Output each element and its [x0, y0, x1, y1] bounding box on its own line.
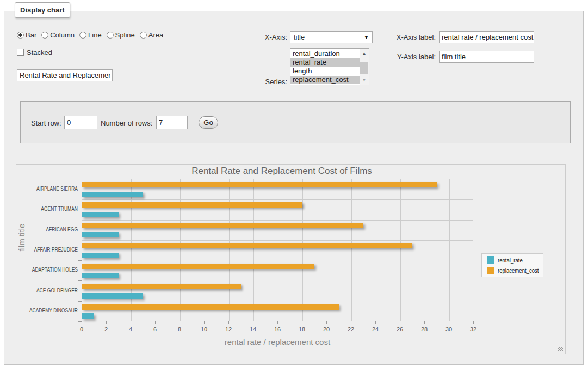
x-tick-label: 8 — [169, 326, 190, 333]
chart-title: Rental Rate and Replacement Cost of Film… — [86, 166, 478, 177]
number-of-rows-value: 7 — [159, 118, 163, 127]
radio-label: Line — [88, 31, 102, 39]
x-axis-select-label: X-Axis: — [233, 33, 287, 41]
x-tick-label: 2 — [95, 326, 117, 333]
x-tick-mark — [400, 321, 400, 324]
series-option-length[interactable]: length — [290, 67, 360, 76]
gridline-v — [302, 179, 303, 321]
gridline-v — [351, 179, 352, 321]
x-tick-label: 26 — [389, 326, 411, 333]
series-option-rental_duration[interactable]: rental_duration — [290, 49, 360, 58]
x-tick-mark — [326, 321, 327, 324]
stacked-checkbox[interactable] — [17, 49, 24, 56]
x-tick-mark — [131, 321, 131, 324]
stacked-row: Stacked — [17, 48, 52, 57]
listbox-scrollbar[interactable]: ▲ ▼ — [360, 49, 369, 85]
y-axis-label-input[interactable]: film title — [439, 51, 534, 63]
category-label: AIRPLANE SIERRA — [26, 186, 78, 192]
y-axis-label-field-label: Y-Axis label: — [381, 53, 436, 61]
start-row-input[interactable]: 0 — [64, 116, 97, 129]
bar-replacement-cost — [82, 182, 437, 187]
x-tick-label: 16 — [267, 326, 288, 333]
x-tick-label: 28 — [413, 326, 435, 333]
radio-label: Column — [50, 31, 75, 39]
x-tick-label: 24 — [364, 326, 386, 333]
chart-container: Rental Rate and Replacement Cost of Film… — [16, 164, 566, 354]
gridline-v — [205, 179, 205, 321]
select-dropdown-arrow-icon: ▼ — [364, 35, 369, 40]
y-tick-mark — [78, 179, 82, 179]
series-listbox[interactable]: rental_durationrental_ratelengthreplacem… — [290, 48, 369, 85]
chart-title-input[interactable]: Rental Rate and Replacemer — [17, 69, 113, 81]
scrollbar-thumb[interactable] — [360, 62, 368, 74]
gridline-v — [278, 179, 278, 321]
stacked-label: Stacked — [27, 48, 52, 57]
gridline-v — [327, 179, 327, 321]
gridline-v — [180, 179, 181, 321]
resize-grip-icon[interactable] — [558, 347, 564, 352]
radio-icon[interactable] — [79, 32, 86, 39]
y-tick-mark — [78, 220, 82, 220]
bar-replacement-cost — [82, 223, 363, 228]
x-tick-mark — [228, 321, 229, 324]
scrollbar-up-icon[interactable]: ▲ — [360, 49, 369, 58]
x-tick-label: 18 — [291, 326, 313, 333]
radio-icon[interactable] — [140, 32, 147, 39]
chart-type-radio-column[interactable]: Column — [41, 31, 75, 39]
bar-rental-rate — [82, 192, 143, 197]
x-axis-select[interactable]: title ▼ — [290, 31, 373, 43]
x-tick-label: 0 — [71, 326, 92, 333]
x-tick-mark — [155, 321, 156, 324]
chart-type-radio-line[interactable]: Line — [79, 31, 102, 39]
legend-swatch — [487, 256, 494, 264]
chart-type-radio-bar[interactable]: Bar — [17, 31, 36, 39]
bar-replacement-cost — [82, 202, 302, 208]
x-tick-label: 20 — [315, 326, 337, 333]
chart-type-radio-spline[interactable]: Spline — [107, 31, 135, 39]
x-axis-label-input[interactable]: rental rate / replacement cost — [439, 31, 534, 43]
category-label: AGENT TRUMAN — [26, 206, 78, 212]
x-tick-mark — [204, 321, 205, 324]
radio-icon[interactable] — [17, 32, 24, 39]
gridline-v — [156, 179, 156, 321]
number-of-rows-input[interactable]: 7 — [156, 116, 188, 129]
x-tick-mark — [449, 321, 449, 324]
go-button[interactable]: Go — [199, 116, 218, 129]
y-tick-mark — [78, 280, 82, 281]
chart-y-axis-title: film title — [17, 235, 26, 252]
fieldset-legend-text: Display chart — [20, 6, 65, 14]
x-tick-label: 22 — [340, 326, 362, 333]
go-button-label: Go — [203, 118, 213, 127]
x-tick-mark — [351, 321, 351, 324]
gridline-v — [131, 179, 132, 321]
gridline-v — [253, 179, 254, 321]
bar-rental-rate — [82, 293, 143, 299]
x-tick-label: 4 — [120, 326, 141, 333]
x-tick-label: 30 — [438, 326, 460, 333]
gridline-v — [425, 179, 425, 321]
series-option-replacement_cost[interactable]: replacement_cost — [290, 76, 360, 84]
chart-title-input-value: Rental Rate and Replacemer — [20, 71, 111, 79]
display-chart-fieldset: Display chart BarColumnLineSplineArea St… — [4, 11, 584, 365]
legend-label: rental_rate — [494, 257, 523, 264]
chart-plot-area — [82, 179, 473, 321]
radio-icon[interactable] — [107, 32, 114, 39]
y-tick-mark — [78, 260, 82, 261]
x-tick-label: 14 — [242, 326, 264, 333]
x-axis-label-field-label: X-Axis label: — [381, 33, 436, 41]
gridline-v — [376, 179, 376, 321]
radio-icon[interactable] — [41, 32, 48, 39]
gridline-h — [82, 220, 473, 221]
gridline-v — [400, 179, 401, 321]
bar-rental-rate — [82, 212, 119, 217]
legend-item-rental_rate: rental_rate — [482, 255, 543, 265]
chart-type-radio-group: BarColumnLineSplineArea — [17, 31, 163, 39]
y-tick-mark — [78, 240, 82, 240]
scrollbar-down-icon[interactable]: ▼ — [360, 76, 369, 85]
x-tick-mark — [302, 321, 302, 324]
bar-replacement-cost — [82, 243, 412, 248]
legend-swatch — [487, 267, 494, 274]
chart-type-radio-area[interactable]: Area — [140, 31, 163, 39]
series-option-rental_rate[interactable]: rental_rate — [290, 58, 360, 67]
chart-x-axis-title: rental rate / replacement cost — [82, 337, 473, 347]
